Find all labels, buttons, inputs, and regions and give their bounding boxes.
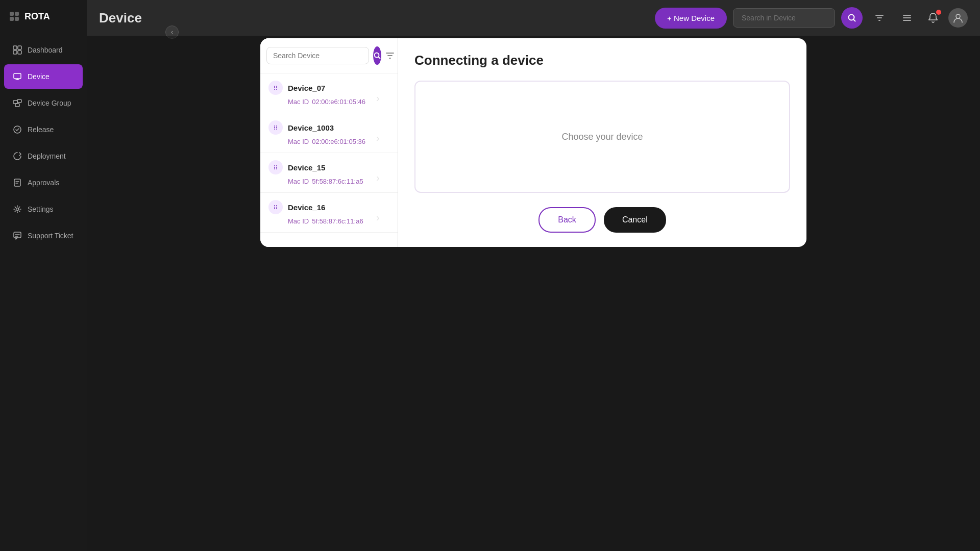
device-list-items: Device_07 Mac ID 02:00:e6:01:05:46 › xyxy=(260,73,398,247)
sidebar-item-dashboard[interactable]: Dashboard xyxy=(4,38,83,62)
device-mac-row: Mac ID 02:00:e6:01:05:36 xyxy=(268,138,389,145)
app-name: ROTA xyxy=(24,11,50,22)
svg-point-17 xyxy=(956,14,960,18)
device-card-device-1003[interactable]: Device_1003 Mac ID 02:00:e6:01:05:36 › xyxy=(260,113,398,153)
support-ticket-icon xyxy=(12,231,22,241)
dashboard-icon xyxy=(12,45,22,55)
sidebar-item-label: Support Ticket xyxy=(28,232,74,240)
svg-rect-1 xyxy=(15,12,19,16)
svg-point-21 xyxy=(274,87,275,88)
deployment-icon xyxy=(12,151,22,161)
search-in-device-input[interactable] xyxy=(733,8,835,28)
sidebar-item-label: Device Group xyxy=(28,99,71,107)
topbar: Device + New Device xyxy=(87,0,980,36)
device-mac-row: Mac ID 5f:58:87:6c:11:a6 xyxy=(268,217,389,225)
svg-rect-9 xyxy=(13,101,17,104)
settings-icon xyxy=(12,204,22,214)
device-card-header: Device_16 xyxy=(268,200,389,214)
sidebar-item-label: Approvals xyxy=(28,179,59,187)
modal-title: Connecting a device xyxy=(414,53,790,68)
logo-icon xyxy=(8,10,20,22)
device-card-arrow-icon: › xyxy=(376,212,391,227)
topbar-search-button[interactable] xyxy=(841,7,863,29)
svg-point-23 xyxy=(274,89,275,90)
topbar-list-button[interactable] xyxy=(896,7,918,29)
device-mac-label: Mac ID xyxy=(288,217,309,225)
svg-point-27 xyxy=(274,127,275,128)
svg-point-30 xyxy=(276,129,277,130)
sidebar-item-device[interactable]: Device xyxy=(4,64,83,89)
page-title: Device xyxy=(99,10,647,26)
svg-point-28 xyxy=(276,127,277,128)
main-area: ‹ Device + New Device xyxy=(87,0,980,551)
svg-point-26 xyxy=(276,126,277,127)
device-name: Device_07 xyxy=(288,84,325,92)
topbar-filter-button[interactable] xyxy=(869,7,890,29)
connect-panel: Connecting a device Choose your device B… xyxy=(398,38,806,247)
device-search-button[interactable] xyxy=(373,46,381,65)
back-button[interactable]: Back xyxy=(538,207,596,233)
device-mac-row: Mac ID 02:00:e6:01:05:46 xyxy=(268,98,389,106)
svg-point-29 xyxy=(274,129,275,130)
svg-point-20 xyxy=(276,86,277,87)
device-card-arrow-icon: › xyxy=(376,172,391,187)
device-mac-label: Mac ID xyxy=(288,98,309,106)
sidebar-item-label: Deployment xyxy=(28,152,66,160)
cancel-button[interactable]: Cancel xyxy=(604,207,666,233)
svg-point-14 xyxy=(16,208,19,211)
device-drag-icon xyxy=(268,160,283,174)
sidebar-item-deployment[interactable]: Deployment xyxy=(4,144,83,168)
device-drag-icon xyxy=(268,200,283,214)
sidebar-item-support-ticket[interactable]: Support Ticket xyxy=(4,223,83,248)
connecting-device-modal: Device_07 Mac ID 02:00:e6:01:05:46 › xyxy=(260,38,806,247)
device-mac-label: Mac ID xyxy=(288,178,309,185)
svg-point-24 xyxy=(276,89,277,90)
sidebar-item-label: Device xyxy=(28,72,50,81)
svg-rect-6 xyxy=(13,51,17,54)
svg-rect-11 xyxy=(15,104,19,107)
sidebar-item-approvals[interactable]: Approvals xyxy=(4,170,83,195)
svg-rect-10 xyxy=(17,99,21,103)
device-card-device-15[interactable]: Device_15 Mac ID 5f:58:87:6c:11:a5 › xyxy=(260,153,398,193)
svg-rect-2 xyxy=(10,17,14,21)
svg-point-37 xyxy=(274,205,275,206)
device-mac-label: Mac ID xyxy=(288,138,309,145)
svg-rect-5 xyxy=(18,46,21,49)
release-icon xyxy=(12,124,22,135)
device-card-header: Device_15 xyxy=(268,160,389,174)
new-device-button[interactable]: + New Device xyxy=(655,8,727,29)
notification-badge xyxy=(936,10,941,15)
sidebar-item-label: Release xyxy=(28,126,54,134)
choose-device-text: Choose your device xyxy=(561,132,643,142)
device-card-device-07[interactable]: Device_07 Mac ID 02:00:e6:01:05:46 › xyxy=(260,73,398,113)
sidebar-nav: Dashboard Device Device Gr xyxy=(0,33,87,551)
svg-point-39 xyxy=(274,207,275,208)
svg-point-32 xyxy=(276,165,277,166)
device-icon xyxy=(12,71,22,82)
device-drag-icon xyxy=(268,120,283,135)
content-area: Device_07 Mac ID 02:00:e6:01:05:46 › xyxy=(87,36,980,551)
sidebar-item-label: Settings xyxy=(28,205,54,213)
sidebar-item-device-group[interactable]: Device Group xyxy=(4,91,83,115)
svg-rect-7 xyxy=(18,51,21,54)
svg-rect-8 xyxy=(14,73,21,79)
avatar[interactable] xyxy=(948,8,968,28)
device-filter-icon[interactable] xyxy=(385,48,395,63)
svg-point-25 xyxy=(274,126,275,127)
sidebar-item-release[interactable]: Release xyxy=(4,117,83,142)
device-group-icon xyxy=(12,98,22,108)
svg-point-22 xyxy=(276,87,277,88)
device-card-arrow-icon: › xyxy=(376,92,391,108)
device-mac-value: 02:00:e6:01:05:46 xyxy=(312,98,365,106)
device-name: Device_16 xyxy=(288,203,325,212)
device-list-search-bar xyxy=(260,38,398,73)
device-mac-row: Mac ID 5f:58:87:6c:11:a5 xyxy=(268,178,389,185)
notification-icon[interactable] xyxy=(924,9,942,27)
sidebar-item-settings[interactable]: Settings xyxy=(4,197,83,221)
svg-point-41 xyxy=(274,208,275,209)
device-card-device-16[interactable]: Device_16 Mac ID 5f:58:87:6c:11:a6 › xyxy=(260,193,398,233)
svg-point-36 xyxy=(276,168,277,169)
device-search-input[interactable] xyxy=(266,47,369,64)
modal-overlay: Device_07 Mac ID 02:00:e6:01:05:46 › xyxy=(87,36,980,551)
svg-rect-13 xyxy=(14,179,20,186)
